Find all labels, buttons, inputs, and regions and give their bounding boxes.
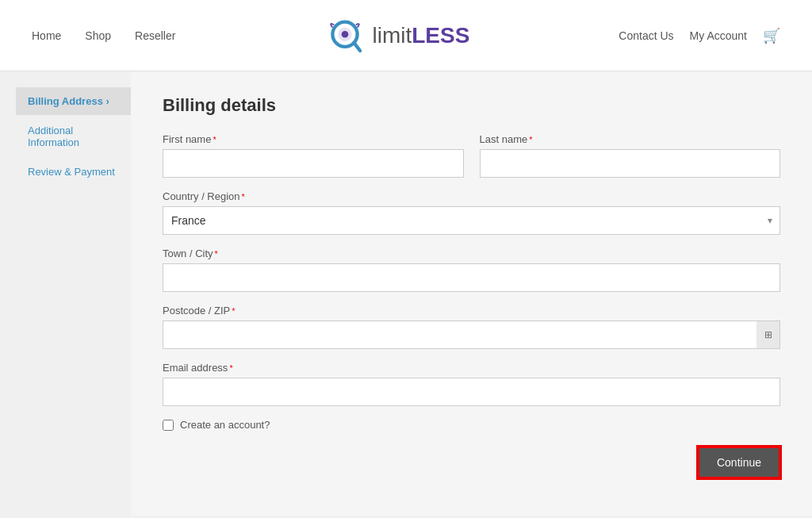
create-account-label[interactable]: Create an account? (180, 419, 270, 431)
postcode-lookup-button[interactable]: ⊞ (756, 320, 780, 349)
svg-point-2 (342, 30, 349, 37)
nav-left: Home Shop Reseller (32, 29, 175, 42)
town-label: Town / City* (163, 247, 780, 259)
continue-button[interactable]: Continue (698, 447, 780, 478)
nav-right: Contact Us My Account 🛒 (619, 27, 780, 44)
checkout-sidebar: Billing Address › Additional Information… (0, 71, 131, 516)
site-logo[interactable]: limitLESS (324, 15, 469, 56)
create-account-checkbox[interactable] (163, 420, 174, 431)
town-group: Town / City* (163, 247, 780, 292)
logo-text: limitLESS (372, 23, 469, 48)
name-row: First name* Last name* (163, 133, 780, 178)
step-billing-address[interactable]: Billing Address › (16, 87, 131, 115)
postcode-wrapper: ⊞ (163, 320, 780, 349)
nav-home[interactable]: Home (32, 29, 61, 42)
email-input[interactable] (163, 378, 780, 406)
country-group: Country / Region* France Germany United … (163, 190, 780, 235)
steps-nav: Billing Address › Additional Information… (16, 87, 131, 186)
postcode-group: Postcode / ZIP* ⊞ (163, 305, 780, 349)
step-additional-info[interactable]: Additional Information (16, 117, 131, 156)
site-header: Home Shop Reseller limitLESS Contact Us (0, 0, 812, 71)
last-name-group: Last name* (480, 133, 781, 178)
town-input[interactable] (163, 263, 780, 292)
nav-shop[interactable]: Shop (85, 29, 111, 42)
town-row: Town / City* (163, 247, 780, 292)
email-group: Email address* (163, 362, 780, 406)
logo-icon (324, 15, 366, 56)
nav-account[interactable]: My Account (690, 29, 747, 42)
last-name-label: Last name* (480, 133, 781, 145)
country-select-wrapper: France Germany United Kingdom United Sta… (163, 206, 780, 235)
page-body: Billing Address › Additional Information… (0, 71, 812, 516)
postcode-row: Postcode / ZIP* ⊞ (163, 305, 780, 349)
country-row: Country / Region* France Germany United … (163, 190, 780, 235)
postcode-input[interactable] (163, 320, 780, 349)
postcode-label: Postcode / ZIP* (163, 305, 780, 317)
main-content: Billing details First name* Last name* C… (131, 71, 812, 516)
continue-row: Continue (163, 447, 780, 478)
country-label: Country / Region* (163, 190, 780, 202)
billing-title: Billing details (163, 95, 780, 116)
first-name-group: First name* (163, 133, 464, 178)
nav-reseller[interactable]: Reseller (135, 29, 175, 42)
first-name-label: First name* (163, 133, 464, 145)
first-name-input[interactable] (163, 149, 464, 178)
email-row: Email address* (163, 362, 780, 406)
step-review-payment[interactable]: Review & Payment (16, 158, 131, 186)
create-account-row: Create an account? (163, 419, 780, 431)
cart-icon[interactable]: 🛒 (763, 27, 780, 44)
country-select[interactable]: France Germany United Kingdom United Sta… (163, 206, 780, 235)
svg-line-3 (354, 42, 361, 50)
nav-contact[interactable]: Contact Us (619, 29, 673, 42)
email-label: Email address* (163, 362, 780, 374)
last-name-input[interactable] (480, 149, 781, 178)
